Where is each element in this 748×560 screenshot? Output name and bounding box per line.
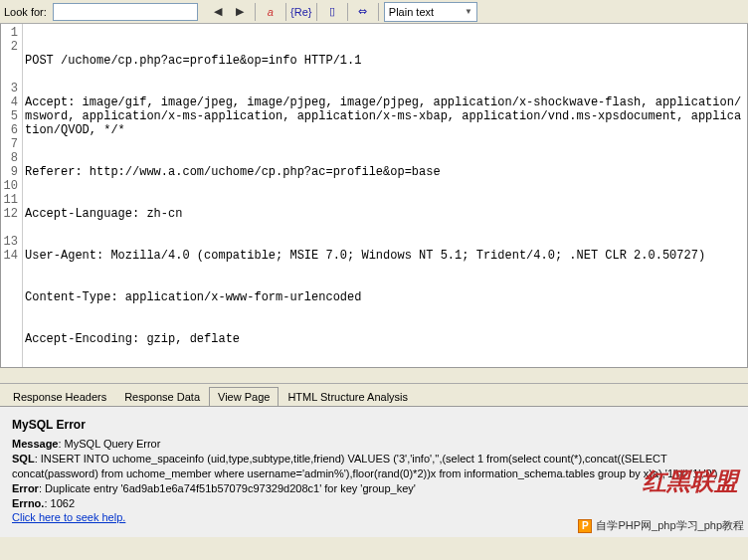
pane-gap — [0, 368, 748, 384]
response-tabs: Response Headers Response Data View Page… — [0, 384, 748, 406]
expand-icon[interactable]: ⇔ — [353, 2, 373, 22]
watermark-text: 红黑联盟 — [643, 466, 738, 497]
separator — [255, 3, 256, 21]
whole-word-icon[interactable]: ▯ — [322, 2, 342, 22]
separator — [347, 3, 348, 21]
footer-text: 自学PHP网_php学习_php教程 — [596, 518, 744, 533]
error-errno-row: Errno.: 1062 — [12, 496, 738, 511]
footer-note: P 自学PHP网_php学习_php教程 — [578, 518, 744, 533]
error-message-row: Message: MySQL Query Error — [12, 437, 738, 452]
regex-icon[interactable]: {Re} — [291, 2, 311, 22]
mode-select-value: Plain text — [389, 6, 434, 18]
error-sql-row: SQL: INSERT INTO uchome_spaceinfo (uid,t… — [12, 452, 738, 481]
code-line: POST /uchome/cp.php?ac=profile&op=info H… — [25, 54, 747, 68]
code-line: User-Agent: Mozilla/4.0 (compatible; MSI… — [25, 249, 747, 263]
match-case-icon[interactable]: a — [261, 2, 280, 22]
error-error-row: Error: Duplicate entry '6ad9ab1e6a74f51b… — [12, 481, 738, 496]
search-input[interactable] — [53, 3, 198, 21]
tab-response-data[interactable]: Response Data — [115, 387, 209, 406]
tab-html-structure[interactable]: HTML Structure Analysis — [279, 387, 417, 406]
code-line: Accept-Encoding: gzip, deflate — [25, 332, 747, 346]
lookfor-label: Look for: — [4, 6, 47, 18]
error-panel: MySQL Error Message: MySQL Query Error S… — [0, 406, 748, 537]
tab-view-page[interactable]: View Page — [209, 387, 279, 407]
request-code-pane: 1 2 3 4 5 6 7 8 9 10 11 12 13 14 POST /u… — [0, 24, 748, 368]
toolbar: Look for: ◀ ▶ a {Re} ▯ ⇔ Plain text — [0, 0, 748, 24]
code-content[interactable]: POST /uchome/cp.php?ac=profile&op=info H… — [23, 24, 747, 367]
seek-help-link[interactable]: Click here to seek help. — [12, 511, 125, 523]
separator — [316, 3, 317, 21]
tab-response-headers[interactable]: Response Headers — [4, 387, 115, 406]
code-line: Referer: http://www.a.com/uchome/cp.php?… — [25, 165, 747, 179]
separator — [285, 3, 286, 21]
php-badge-icon: P — [578, 519, 592, 533]
code-line: Content-Type: application/x-www-form-url… — [25, 290, 747, 304]
separator — [378, 3, 379, 21]
mode-select[interactable]: Plain text — [384, 2, 477, 22]
next-icon[interactable]: ▶ — [230, 2, 250, 22]
prev-icon[interactable]: ◀ — [208, 2, 228, 22]
code-line: Accept-Language: zh-cn — [25, 207, 747, 221]
line-gutter: 1 2 3 4 5 6 7 8 9 10 11 12 13 14 — [1, 24, 23, 367]
error-title: MySQL Error — [12, 417, 738, 433]
code-line: Accept: image/gif, image/jpeg, image/pjp… — [25, 95, 747, 137]
